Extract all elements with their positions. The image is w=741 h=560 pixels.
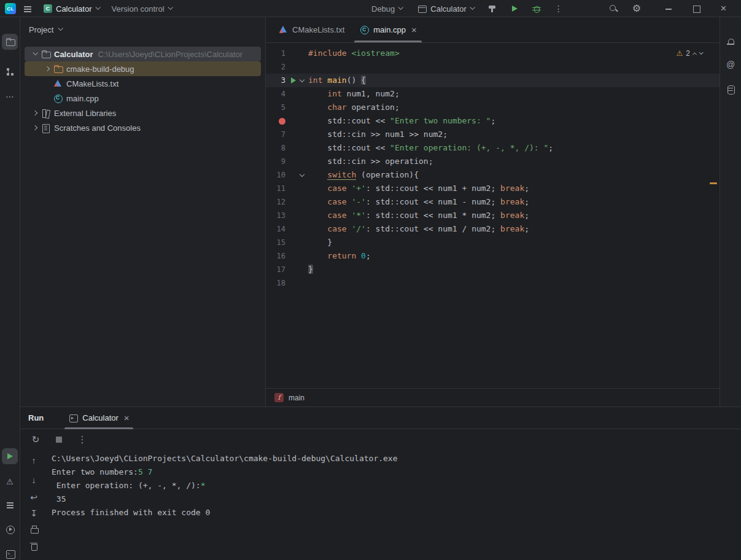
code-line-5[interactable]: 5 char operation; [266, 101, 720, 114]
chevron-right-icon[interactable] [33, 111, 37, 115]
stop-button[interactable] [51, 432, 67, 447]
chevron-down-icon[interactable] [33, 50, 37, 55]
code-line-2[interactable]: 2 [266, 60, 720, 74]
soft-wrap-button[interactable]: ↩ [26, 493, 42, 502]
line-number[interactable]: 16 [266, 249, 285, 263]
maximize-button[interactable] [682, 0, 710, 17]
tab-main-cpp[interactable]: main.cpp × [352, 17, 424, 42]
chevron-right-icon[interactable] [45, 66, 50, 71]
line-number[interactable]: 13 [266, 209, 285, 222]
prev-warning-chevron-icon[interactable] [693, 52, 697, 56]
line-number[interactable]: 12 [266, 195, 285, 209]
line-number[interactable]: 5 [266, 101, 285, 114]
code-line-17[interactable]: 17} [266, 263, 720, 276]
code-line-16[interactable]: 16 return 0; [266, 249, 720, 263]
todo-tool-button[interactable] [2, 497, 18, 513]
build-button[interactable] [484, 1, 500, 16]
line-number[interactable]: 9 [266, 155, 285, 168]
code-line-8[interactable]: 8 std::cout << "Enter operation: (+, -, … [266, 141, 720, 155]
ai-assistant-button[interactable]: @ [723, 56, 739, 72]
code-line-10[interactable]: 10 switch (operation){ [266, 168, 720, 182]
print-button[interactable] [26, 524, 42, 534]
tree-row-cmakelists-txt[interactable]: CMakeLists.txt [25, 76, 261, 91]
notifications-button[interactable] [723, 34, 739, 50]
line-number[interactable]: 3 [266, 74, 285, 87]
code-line-13[interactable]: 13 case '*': std::cout << num1 * num2; b… [266, 209, 720, 222]
code-line-9[interactable]: 9 std::cin >> operation; [266, 155, 720, 168]
tab-cmakelists[interactable]: CMakeLists.txt [271, 17, 352, 42]
code-line-3[interactable]: 3int main() { [266, 74, 720, 87]
terminal-tool-button[interactable] [2, 546, 18, 560]
project-tool-button[interactable] [2, 34, 18, 50]
console-line-3[interactable]: Enter operation: (+, -, *, /):* [52, 479, 736, 492]
scroll-to-end-button[interactable]: ↧ [26, 509, 42, 518]
line-number[interactable]: 4 [266, 87, 285, 101]
tree-row-calculator[interactable]: CalculatorC:\Users\Joeyd\CLionProjects\C… [25, 47, 261, 61]
code-line-14[interactable]: 14 case '/': std::cout << num1 / num2; b… [266, 222, 720, 236]
code-line-7[interactable]: 7 std::cin >> num1 >> num2; [266, 128, 720, 141]
run-config-selector[interactable]: Calculator [413, 1, 478, 16]
minimize-button[interactable] [654, 0, 682, 17]
tree-row-scratches-and-consoles[interactable]: Scratches and Consoles [25, 120, 261, 135]
console-line-2[interactable]: Enter two numbers:5 7 [52, 465, 736, 479]
console-more-options-button[interactable]: ⋮ [74, 432, 90, 447]
breadcrumb-function-name[interactable]: main [289, 394, 305, 402]
more-tool-windows-button[interactable]: ⋯ [2, 88, 18, 104]
close-button[interactable]: × [710, 0, 737, 17]
code-line-11[interactable]: 11 case '+': std::cout << num1 + num2; b… [266, 182, 720, 195]
chevron-right-icon[interactable] [33, 125, 37, 130]
nav-down-button[interactable]: ↓ [26, 476, 42, 484]
console-output[interactable]: C:\Users\Joeyd\CLionProjects\Calculator\… [52, 452, 736, 558]
code-line-4[interactable]: 4 int num1, num2; [266, 87, 720, 101]
structure-tool-button[interactable] [2, 64, 18, 80]
line-number[interactable]: 11 [266, 182, 285, 195]
problems-tool-button[interactable]: ⚠ [2, 473, 18, 489]
code-line-1[interactable]: 1#include <iostream> [266, 47, 720, 60]
warning-stripe-mark[interactable] [710, 182, 717, 184]
debug-button[interactable] [529, 1, 545, 16]
project-selector[interactable]: C Calculator [39, 1, 104, 16]
services-tool-button[interactable] [2, 521, 18, 537]
version-control-menu[interactable]: Version control [107, 1, 176, 16]
database-tool-button[interactable] [723, 81, 739, 97]
breakpoint-icon[interactable] [279, 118, 285, 125]
line-number[interactable]: 15 [266, 236, 285, 249]
console-line-4[interactable]: 35 [52, 492, 736, 506]
run-tab-calculator[interactable]: Calculator × [62, 407, 135, 429]
clear-console-button[interactable] [26, 541, 42, 551]
console-line-1[interactable]: C:\Users\Joeyd\CLionProjects\Calculator\… [52, 452, 736, 465]
line-number[interactable]: 18 [266, 276, 285, 290]
settings-button[interactable]: ⚙ [629, 1, 645, 16]
main-menu-button[interactable] [20, 1, 36, 16]
fold-chevron-icon[interactable] [300, 77, 305, 82]
line-number[interactable] [266, 114, 285, 128]
line-number[interactable]: 7 [266, 128, 285, 141]
line-number[interactable]: 1 [266, 47, 285, 60]
tree-row-external-libraries[interactable]: External Libraries [25, 106, 261, 120]
line-number[interactable]: 17 [266, 263, 285, 276]
console-line-5[interactable]: Process finished with exit code 0 [52, 506, 736, 519]
inspection-widget[interactable]: ⚠ 2 [677, 49, 702, 58]
code-line-15[interactable]: 15 } [266, 236, 720, 249]
tree-row-main-cpp[interactable]: main.cpp [25, 91, 261, 106]
run-tool-button[interactable] [2, 448, 18, 464]
more-run-actions-button[interactable]: ⋮ [551, 1, 567, 16]
line-number[interactable]: 14 [266, 222, 285, 236]
code-editor[interactable]: 1#include <iostream>23int main() {4 int … [266, 43, 720, 388]
nav-up-button[interactable]: ↑ [26, 456, 42, 465]
close-run-tab-icon[interactable]: × [124, 413, 130, 422]
run-line-icon[interactable] [291, 77, 296, 84]
code-line-18[interactable]: 18 [266, 276, 720, 290]
close-tab-icon[interactable]: × [411, 25, 417, 34]
project-panel-header[interactable]: Project [20, 17, 265, 42]
tree-row-cmake-build-debug[interactable]: cmake-build-debug [25, 61, 261, 76]
line-number[interactable]: 10 [266, 168, 285, 182]
line-number[interactable]: 2 [266, 60, 285, 74]
run-button[interactable] [506, 1, 522, 16]
fold-chevron-icon[interactable] [300, 172, 305, 177]
line-number[interactable]: 8 [266, 141, 285, 155]
build-type-selector[interactable]: Debug [367, 1, 406, 16]
rerun-button[interactable]: ↻ [28, 432, 44, 447]
search-everywhere-button[interactable] [605, 1, 621, 16]
code-line-6[interactable]: std::cout << "Enter two numbers: "; [266, 114, 720, 128]
